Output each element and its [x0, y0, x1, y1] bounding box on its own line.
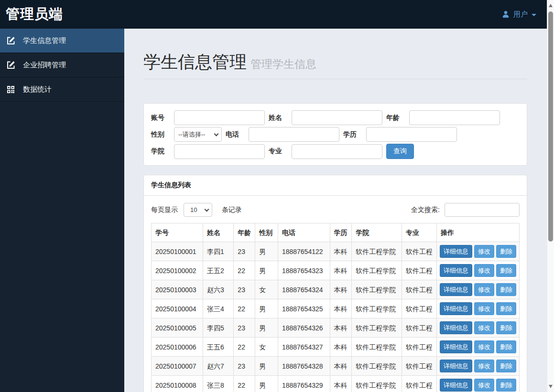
cell-age: 23 [234, 357, 255, 376]
search-form-row-3: 学院 专业 查询 [151, 144, 520, 159]
college-input[interactable] [174, 144, 265, 159]
cell-major: 软件工程 [402, 318, 436, 338]
table-row: 20250100001李四123男18887654122本科软件工程学院软件工程… [152, 242, 520, 261]
cell-major: 软件工程 [402, 338, 436, 357]
per-page-select[interactable]: 10 [184, 203, 212, 217]
cell-actions: 详细信息修改删除 [437, 376, 520, 392]
edit-button[interactable]: 修改 [474, 321, 494, 334]
cell-gender: 男 [255, 376, 278, 392]
delete-button[interactable]: 删除 [496, 245, 516, 258]
table-row: 20250100008张三822男18887654329本科软件工程学院软件工程… [152, 376, 520, 392]
cell-student-id: 20250100002 [152, 261, 203, 280]
sidebar-item-label: 企业招聘管理 [23, 61, 66, 70]
cell-education: 本科 [330, 318, 352, 338]
name-input[interactable] [292, 110, 382, 125]
cell-gender: 女 [255, 338, 278, 357]
delete-button[interactable]: 删除 [496, 283, 516, 296]
cell-student-id: 20250100006 [152, 338, 203, 357]
table-row: 20250100005李四523男18887654326本科软件工程学院软件工程… [152, 318, 520, 338]
query-button[interactable]: 查询 [386, 144, 414, 159]
page-title: 学生信息管理 [143, 52, 247, 72]
cell-phone: 18887654323 [278, 261, 330, 280]
table-toolbar: 每页显示 10 条记录 全文搜索: [151, 203, 520, 217]
cell-education: 本科 [330, 242, 352, 261]
phone-input[interactable] [249, 127, 339, 142]
delete-button[interactable]: 删除 [496, 302, 516, 315]
fulltext-search-input[interactable] [445, 203, 520, 217]
edit-button[interactable]: 修改 [474, 340, 494, 353]
sidebar-item-statistics[interactable]: 数据统计 [0, 77, 124, 102]
cell-phone: 18887654324 [278, 280, 330, 299]
detail-button[interactable]: 详细信息 [440, 245, 472, 258]
cell-phone: 18887654328 [278, 357, 330, 376]
cell-student-id: 20250100005 [152, 318, 203, 338]
detail-button[interactable]: 详细信息 [440, 283, 472, 296]
cell-name: 张三8 [203, 376, 233, 392]
page-header: 学生信息管理管理学生信息 [143, 51, 527, 79]
detail-button[interactable]: 详细信息 [440, 360, 472, 372]
scroll-up-arrow-icon[interactable] [549, 4, 553, 7]
fulltext-search-label: 全文搜索: [411, 206, 440, 214]
education-input[interactable] [366, 127, 457, 142]
user-menu[interactable]: 用户 [502, 10, 536, 19]
scroll-down-arrow-icon[interactable] [549, 385, 553, 388]
delete-button[interactable]: 删除 [496, 321, 516, 334]
table-row: 20250100007赵六723男18887654328本科软件工程学院软件工程… [152, 357, 520, 376]
cell-actions: 详细信息修改删除 [437, 242, 520, 261]
cell-major: 软件工程 [402, 299, 436, 318]
qrcode-icon [7, 86, 15, 93]
cell-student-id: 20250100001 [152, 242, 203, 261]
detail-button[interactable]: 详细信息 [440, 340, 472, 353]
scrollbar[interactable] [547, 0, 554, 392]
cell-education: 本科 [330, 338, 352, 357]
column-header: 学院 [352, 223, 402, 242]
cell-phone: 18887654326 [278, 318, 330, 338]
table-row: 20250100004张三422男18887654325本科软件工程学院软件工程… [152, 299, 520, 318]
user-label: 用户 [513, 10, 528, 19]
edit-button[interactable]: 修改 [474, 264, 494, 277]
cell-education: 本科 [330, 299, 352, 318]
cell-actions: 详细信息修改删除 [437, 299, 520, 318]
gender-select[interactable]: --请选择-- [174, 127, 222, 142]
sidebar-item-recruitment[interactable]: 企业招聘管理 [0, 53, 124, 77]
cell-major: 软件工程 [402, 242, 436, 261]
edit-button[interactable]: 修改 [474, 379, 494, 392]
table-row: 20250100002王五222男18887654323本科软件工程学院软件工程… [152, 261, 520, 280]
cell-age: 22 [234, 299, 255, 318]
sidebar-item-student-info[interactable]: 学生信息管理 [0, 29, 124, 53]
edit-button[interactable]: 修改 [474, 245, 494, 258]
detail-button[interactable]: 详细信息 [440, 264, 472, 277]
name-label: 姓名 [269, 114, 282, 122]
cell-gender: 男 [255, 318, 278, 338]
cell-college: 软件工程学院 [352, 280, 402, 299]
major-label: 专业 [269, 147, 282, 156]
cell-actions: 详细信息修改删除 [437, 318, 520, 338]
cell-actions: 详细信息修改删除 [437, 280, 520, 299]
delete-button[interactable]: 删除 [496, 264, 516, 277]
account-input[interactable] [174, 110, 265, 125]
cell-age: 22 [234, 261, 255, 280]
scrollbar-thumb[interactable] [548, 11, 553, 242]
per-page-control: 每页显示 10 条记录 [151, 203, 242, 217]
edit-button[interactable]: 修改 [474, 360, 494, 372]
cell-phone: 18887654325 [278, 299, 330, 318]
student-table: 学号姓名年龄性别电话学历学院专业操作 20250100001李四123男1888… [151, 223, 520, 392]
cell-education: 本科 [330, 280, 352, 299]
table-row: 20250100006王五622女18887654327本科软件工程学院软件工程… [152, 338, 520, 357]
detail-button[interactable]: 详细信息 [440, 379, 472, 392]
delete-button[interactable]: 删除 [496, 340, 516, 353]
app-brand: 管理员端 [0, 5, 63, 24]
edit-icon [7, 37, 15, 44]
edit-button[interactable]: 修改 [474, 302, 494, 315]
cell-name: 赵六3 [203, 280, 233, 299]
delete-button[interactable]: 删除 [496, 360, 516, 372]
cell-college: 软件工程学院 [352, 338, 402, 357]
major-input[interactable] [292, 144, 382, 159]
edit-button[interactable]: 修改 [474, 283, 494, 296]
account-label: 账号 [151, 114, 164, 122]
age-input[interactable] [409, 110, 500, 125]
delete-button[interactable]: 删除 [496, 379, 516, 392]
cell-major: 软件工程 [402, 280, 436, 299]
detail-button[interactable]: 详细信息 [440, 302, 472, 315]
detail-button[interactable]: 详细信息 [440, 321, 472, 334]
